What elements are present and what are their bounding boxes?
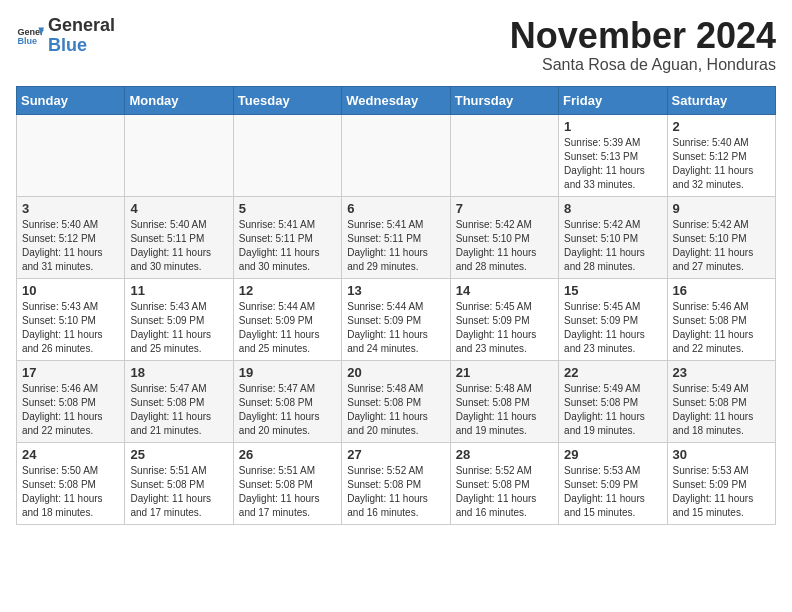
- calendar-day-cell: [450, 114, 558, 196]
- day-number: 20: [347, 365, 444, 380]
- day-number: 25: [130, 447, 227, 462]
- month-title: November 2024: [510, 16, 776, 56]
- calendar-day-cell: 8Sunrise: 5:42 AMSunset: 5:10 PMDaylight…: [559, 196, 667, 278]
- day-info: Sunrise: 5:40 AMSunset: 5:11 PMDaylight:…: [130, 218, 227, 274]
- calendar-day-cell: 7Sunrise: 5:42 AMSunset: 5:10 PMDaylight…: [450, 196, 558, 278]
- day-info: Sunrise: 5:53 AMSunset: 5:09 PMDaylight:…: [673, 464, 770, 520]
- day-info: Sunrise: 5:52 AMSunset: 5:08 PMDaylight:…: [456, 464, 553, 520]
- day-info: Sunrise: 5:44 AMSunset: 5:09 PMDaylight:…: [347, 300, 444, 356]
- day-info: Sunrise: 5:49 AMSunset: 5:08 PMDaylight:…: [673, 382, 770, 438]
- day-info: Sunrise: 5:51 AMSunset: 5:08 PMDaylight:…: [239, 464, 336, 520]
- weekday-header: Sunday: [17, 86, 125, 114]
- day-number: 14: [456, 283, 553, 298]
- day-number: 22: [564, 365, 661, 380]
- calendar-day-cell: 11Sunrise: 5:43 AMSunset: 5:09 PMDayligh…: [125, 278, 233, 360]
- calendar-day-cell: 13Sunrise: 5:44 AMSunset: 5:09 PMDayligh…: [342, 278, 450, 360]
- day-number: 21: [456, 365, 553, 380]
- calendar-day-cell: [125, 114, 233, 196]
- day-info: Sunrise: 5:42 AMSunset: 5:10 PMDaylight:…: [673, 218, 770, 274]
- day-number: 8: [564, 201, 661, 216]
- day-info: Sunrise: 5:41 AMSunset: 5:11 PMDaylight:…: [239, 218, 336, 274]
- day-info: Sunrise: 5:44 AMSunset: 5:09 PMDaylight:…: [239, 300, 336, 356]
- calendar-day-cell: 4Sunrise: 5:40 AMSunset: 5:11 PMDaylight…: [125, 196, 233, 278]
- calendar-day-cell: 1Sunrise: 5:39 AMSunset: 5:13 PMDaylight…: [559, 114, 667, 196]
- day-number: 13: [347, 283, 444, 298]
- weekday-header: Saturday: [667, 86, 775, 114]
- day-number: 17: [22, 365, 119, 380]
- title-block: November 2024 Santa Rosa de Aguan, Hondu…: [510, 16, 776, 74]
- calendar-day-cell: 19Sunrise: 5:47 AMSunset: 5:08 PMDayligh…: [233, 360, 341, 442]
- day-info: Sunrise: 5:49 AMSunset: 5:08 PMDaylight:…: [564, 382, 661, 438]
- day-number: 10: [22, 283, 119, 298]
- calendar-day-cell: 12Sunrise: 5:44 AMSunset: 5:09 PMDayligh…: [233, 278, 341, 360]
- calendar-day-cell: 23Sunrise: 5:49 AMSunset: 5:08 PMDayligh…: [667, 360, 775, 442]
- day-info: Sunrise: 5:43 AMSunset: 5:10 PMDaylight:…: [22, 300, 119, 356]
- day-info: Sunrise: 5:50 AMSunset: 5:08 PMDaylight:…: [22, 464, 119, 520]
- calendar-day-cell: 17Sunrise: 5:46 AMSunset: 5:08 PMDayligh…: [17, 360, 125, 442]
- calendar-day-cell: 18Sunrise: 5:47 AMSunset: 5:08 PMDayligh…: [125, 360, 233, 442]
- day-number: 16: [673, 283, 770, 298]
- day-info: Sunrise: 5:47 AMSunset: 5:08 PMDaylight:…: [239, 382, 336, 438]
- day-number: 6: [347, 201, 444, 216]
- calendar-day-cell: 30Sunrise: 5:53 AMSunset: 5:09 PMDayligh…: [667, 442, 775, 524]
- calendar-day-cell: 28Sunrise: 5:52 AMSunset: 5:08 PMDayligh…: [450, 442, 558, 524]
- day-number: 11: [130, 283, 227, 298]
- day-number: 26: [239, 447, 336, 462]
- weekday-header-row: SundayMondayTuesdayWednesdayThursdayFrid…: [17, 86, 776, 114]
- calendar-day-cell: 27Sunrise: 5:52 AMSunset: 5:08 PMDayligh…: [342, 442, 450, 524]
- calendar-day-cell: 25Sunrise: 5:51 AMSunset: 5:08 PMDayligh…: [125, 442, 233, 524]
- day-number: 4: [130, 201, 227, 216]
- weekday-header: Wednesday: [342, 86, 450, 114]
- calendar-day-cell: 26Sunrise: 5:51 AMSunset: 5:08 PMDayligh…: [233, 442, 341, 524]
- weekday-header: Friday: [559, 86, 667, 114]
- day-info: Sunrise: 5:43 AMSunset: 5:09 PMDaylight:…: [130, 300, 227, 356]
- day-number: 15: [564, 283, 661, 298]
- day-info: Sunrise: 5:46 AMSunset: 5:08 PMDaylight:…: [22, 382, 119, 438]
- day-info: Sunrise: 5:40 AMSunset: 5:12 PMDaylight:…: [22, 218, 119, 274]
- day-info: Sunrise: 5:45 AMSunset: 5:09 PMDaylight:…: [564, 300, 661, 356]
- day-info: Sunrise: 5:48 AMSunset: 5:08 PMDaylight:…: [347, 382, 444, 438]
- calendar-day-cell: 10Sunrise: 5:43 AMSunset: 5:10 PMDayligh…: [17, 278, 125, 360]
- calendar-day-cell: 9Sunrise: 5:42 AMSunset: 5:10 PMDaylight…: [667, 196, 775, 278]
- page-header: General Blue General Blue November 2024 …: [16, 16, 776, 74]
- day-info: Sunrise: 5:48 AMSunset: 5:08 PMDaylight:…: [456, 382, 553, 438]
- logo-icon: General Blue: [16, 22, 44, 50]
- calendar-week-row: 17Sunrise: 5:46 AMSunset: 5:08 PMDayligh…: [17, 360, 776, 442]
- calendar-day-cell: 2Sunrise: 5:40 AMSunset: 5:12 PMDaylight…: [667, 114, 775, 196]
- calendar-day-cell: 16Sunrise: 5:46 AMSunset: 5:08 PMDayligh…: [667, 278, 775, 360]
- day-number: 27: [347, 447, 444, 462]
- calendar-day-cell: 22Sunrise: 5:49 AMSunset: 5:08 PMDayligh…: [559, 360, 667, 442]
- day-number: 3: [22, 201, 119, 216]
- day-number: 24: [22, 447, 119, 462]
- day-number: 5: [239, 201, 336, 216]
- calendar-day-cell: [342, 114, 450, 196]
- calendar-day-cell: 5Sunrise: 5:41 AMSunset: 5:11 PMDaylight…: [233, 196, 341, 278]
- calendar-day-cell: 14Sunrise: 5:45 AMSunset: 5:09 PMDayligh…: [450, 278, 558, 360]
- day-number: 29: [564, 447, 661, 462]
- calendar-day-cell: 20Sunrise: 5:48 AMSunset: 5:08 PMDayligh…: [342, 360, 450, 442]
- day-info: Sunrise: 5:42 AMSunset: 5:10 PMDaylight:…: [564, 218, 661, 274]
- day-number: 23: [673, 365, 770, 380]
- day-info: Sunrise: 5:46 AMSunset: 5:08 PMDaylight:…: [673, 300, 770, 356]
- calendar-day-cell: 6Sunrise: 5:41 AMSunset: 5:11 PMDaylight…: [342, 196, 450, 278]
- weekday-header: Thursday: [450, 86, 558, 114]
- day-number: 30: [673, 447, 770, 462]
- day-number: 18: [130, 365, 227, 380]
- calendar-day-cell: [233, 114, 341, 196]
- day-info: Sunrise: 5:45 AMSunset: 5:09 PMDaylight:…: [456, 300, 553, 356]
- day-info: Sunrise: 5:41 AMSunset: 5:11 PMDaylight:…: [347, 218, 444, 274]
- day-number: 9: [673, 201, 770, 216]
- day-info: Sunrise: 5:42 AMSunset: 5:10 PMDaylight:…: [456, 218, 553, 274]
- calendar-day-cell: 24Sunrise: 5:50 AMSunset: 5:08 PMDayligh…: [17, 442, 125, 524]
- weekday-header: Tuesday: [233, 86, 341, 114]
- day-info: Sunrise: 5:39 AMSunset: 5:13 PMDaylight:…: [564, 136, 661, 192]
- day-info: Sunrise: 5:40 AMSunset: 5:12 PMDaylight:…: [673, 136, 770, 192]
- day-info: Sunrise: 5:47 AMSunset: 5:08 PMDaylight:…: [130, 382, 227, 438]
- day-number: 2: [673, 119, 770, 134]
- calendar-day-cell: 29Sunrise: 5:53 AMSunset: 5:09 PMDayligh…: [559, 442, 667, 524]
- calendar-day-cell: 3Sunrise: 5:40 AMSunset: 5:12 PMDaylight…: [17, 196, 125, 278]
- calendar-week-row: 10Sunrise: 5:43 AMSunset: 5:10 PMDayligh…: [17, 278, 776, 360]
- svg-text:Blue: Blue: [17, 36, 37, 46]
- calendar-week-row: 1Sunrise: 5:39 AMSunset: 5:13 PMDaylight…: [17, 114, 776, 196]
- day-info: Sunrise: 5:53 AMSunset: 5:09 PMDaylight:…: [564, 464, 661, 520]
